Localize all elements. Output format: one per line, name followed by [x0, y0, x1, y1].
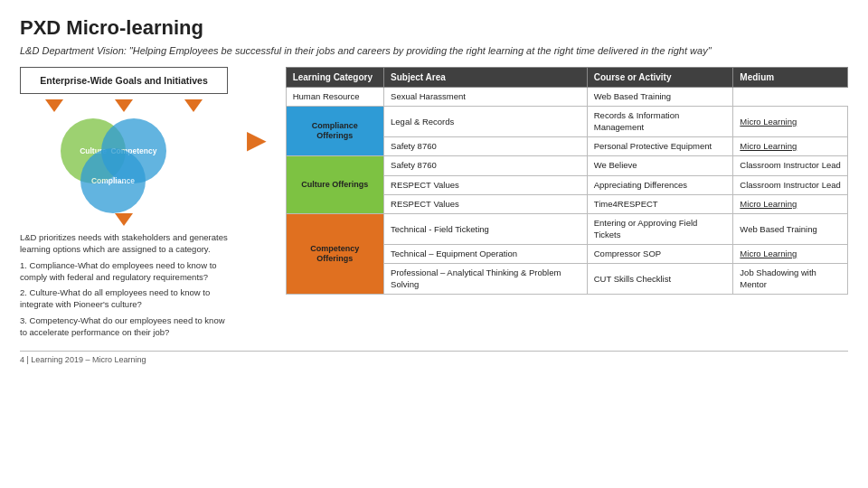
arrow-icon-3 — [184, 99, 203, 112]
medium-cell: Web Based Training — [587, 88, 733, 107]
item-1: 1. Compliance-What do employees need to … — [20, 259, 228, 284]
col-header-medium: Medium — [733, 68, 848, 88]
course-cell: We Believe — [587, 156, 733, 175]
page-title: PXD Micro-learning — [20, 16, 848, 40]
arrows-down — [20, 99, 228, 112]
course-cell: Records & Information Management — [587, 107, 733, 137]
arrow-icon-2 — [115, 99, 133, 112]
subject-cell: Human Resource — [286, 88, 383, 107]
course-cell: Personal Protective Equipment — [587, 137, 733, 156]
medium-cell: Job Shadowing with Mentor — [733, 264, 848, 295]
item-2: 2. Culture-What do all employees need to… — [20, 286, 228, 311]
col-header-category: Learning Category — [286, 68, 383, 88]
footer: 4 | Learning 2019 – Micro Learning — [20, 351, 848, 364]
table-container: Learning Category Subject Area Course or… — [286, 67, 848, 295]
subject-cell: Safety 8760 — [384, 137, 588, 156]
course-cell: CUT Skills Checklist — [587, 264, 733, 295]
col-header-subject: Subject Area — [384, 68, 588, 88]
col-header-course: Course or Activity — [587, 68, 733, 88]
course-cell: Appreciating Differences — [587, 175, 733, 194]
subject-cell: Technical - Field Ticketing — [384, 214, 588, 245]
subject-cell: Technical – Equipment Operation — [384, 245, 588, 264]
goals-box: Enterprise-Wide Goals and Initiatives — [20, 67, 228, 94]
category-cell: Competency Offerings — [286, 214, 383, 295]
item-3: 3. Competency-What do our employees need… — [20, 314, 228, 339]
left-panel: Enterprise-Wide Goals and Initiatives Cu… — [20, 67, 228, 342]
subject-cell: Legal & Records — [384, 107, 588, 137]
medium-cell: Classroom Instructor Lead — [733, 156, 848, 175]
right-arrow-icon: ► — [241, 121, 273, 159]
subject-cell: RESPECT Values — [384, 175, 588, 194]
arrow-icon-1 — [45, 99, 63, 112]
arrow-icon-4 — [115, 213, 133, 226]
course-cell: Sexual Harassment — [384, 88, 588, 107]
medium-cell[interactable]: Micro Learning — [733, 245, 848, 264]
category-cell: Culture Offerings — [286, 156, 383, 214]
medium-cell[interactable]: Micro Learning — [733, 107, 848, 137]
medium-cell[interactable]: Micro Learning — [733, 195, 848, 214]
course-cell: Compressor SOP — [587, 245, 733, 264]
medium-cell[interactable]: Micro Learning — [733, 137, 848, 156]
venn-diagram: Culture Competency Compliance — [52, 114, 196, 213]
medium-cell: Web Based Training — [733, 214, 848, 245]
category-cell: Compliance Offerings — [286, 107, 383, 156]
medium-cell: Classroom Instructor Lead — [733, 175, 848, 194]
course-cell: Time4RESPECT — [587, 195, 733, 214]
subtitle: L&D Department Vision: "Helping Employee… — [20, 45, 848, 56]
body-text: L&D prioritizes needs with stakeholders … — [20, 231, 228, 256]
compliance-circle: Compliance — [80, 148, 146, 213]
subject-cell: RESPECT Values — [384, 195, 588, 214]
subject-cell: Safety 8760 — [384, 156, 588, 175]
course-cell: Entering or Approving Field Tickets — [587, 214, 733, 245]
learning-table: Learning Category Subject Area Course or… — [286, 67, 848, 295]
subject-cell: Professional – Analytical Thinking & Pro… — [384, 264, 588, 295]
